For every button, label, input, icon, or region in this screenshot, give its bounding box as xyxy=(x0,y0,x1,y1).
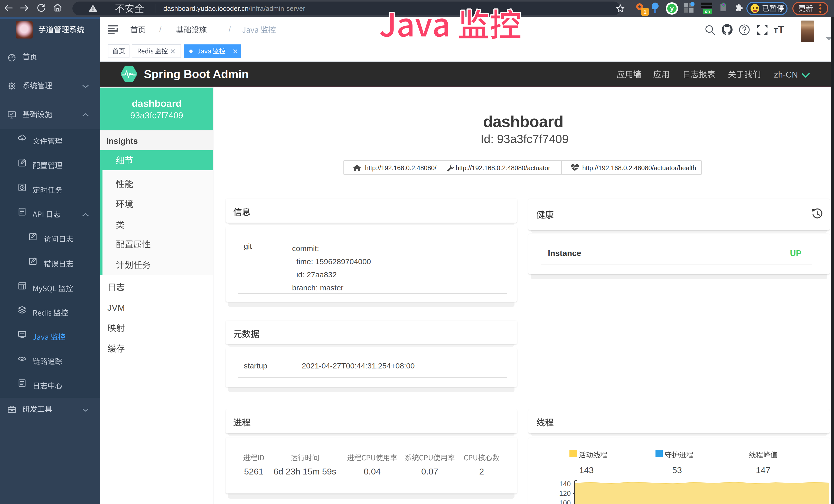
svg-text:120: 120 xyxy=(559,489,571,497)
svg-text:140: 140 xyxy=(559,480,571,488)
svg-text:100: 100 xyxy=(559,499,571,504)
